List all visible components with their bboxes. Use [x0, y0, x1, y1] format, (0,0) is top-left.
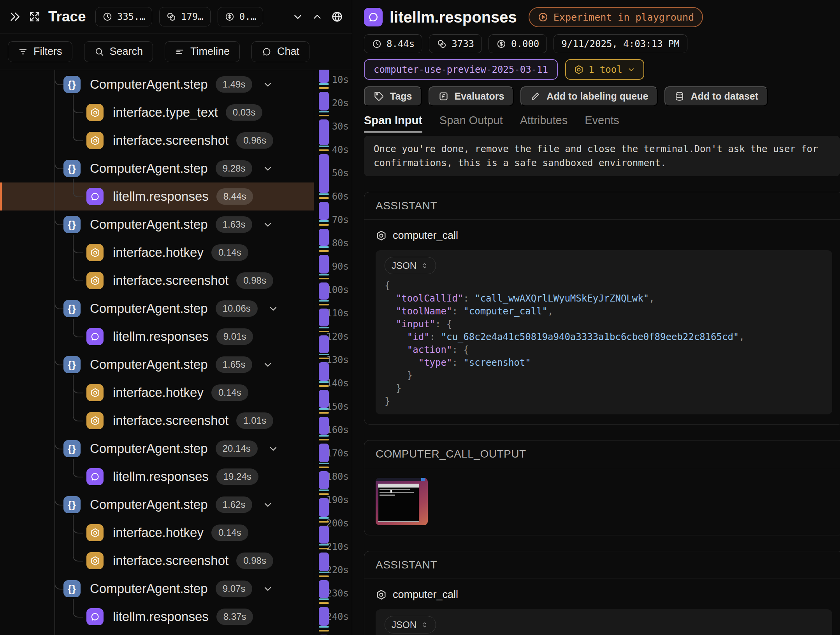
timeline-hotkey-bar [319, 548, 329, 549]
timeline-tick-label: 20s [332, 98, 349, 109]
span-duration-badge: 9.28s [216, 160, 253, 177]
span-duration-badge: 1.49s [216, 76, 253, 93]
add-to-dataset-button[interactable]: Add to dataset [664, 86, 768, 106]
chevron-down-icon[interactable] [262, 163, 273, 174]
tags-button[interactable]: Tags [364, 86, 422, 106]
span-duration-badge: 8.37s [216, 609, 253, 625]
screenshot-thumbnail[interactable] [376, 478, 428, 525]
tree-row-interface-hotkey[interactable]: interface.hotkey0.14s [0, 239, 314, 267]
tree-row-interface-screenshot[interactable]: interface.screenshot0.96s [0, 126, 314, 154]
add-to-labeling-queue-button[interactable]: Add to labeling queue [520, 86, 658, 106]
span-stats-row: 8.44s37330.0009/11/2025, 4:03:13 PM [364, 34, 840, 53]
timeline-screenshot-bar [319, 354, 329, 355]
globe-icon[interactable] [331, 11, 343, 23]
thumbnail-terminal-window [378, 484, 419, 522]
tree-elbow [54, 491, 64, 505]
chevron-down-icon[interactable] [262, 499, 273, 510]
tab-span-input[interactable]: Span Input [364, 114, 422, 133]
tree-row-litellm-responses[interactable]: litellm.responses8.37s [0, 603, 314, 631]
format-selector[interactable]: JSON [385, 257, 436, 274]
tree-row-litellm-responses[interactable]: litellm.responses19.24s [0, 463, 314, 491]
chevron-down-icon[interactable] [262, 79, 273, 90]
tree-row-interface-hotkey[interactable]: interface.hotkey0.14s [0, 519, 314, 547]
tree-row-computeragent-step[interactable]: {}ComputerAgent.step1.65s [0, 351, 314, 379]
tree-row-computeragent-step[interactable]: {}ComputerAgent.step1.49s [0, 70, 314, 98]
toolbar-filters-button[interactable]: Filters [8, 41, 72, 62]
tree-row-litellm-responses[interactable]: litellm.responses8.44s [0, 182, 314, 210]
updown-icon [420, 621, 429, 629]
chevron-down-icon[interactable] [268, 303, 279, 314]
hexagon-tool-icon [574, 65, 584, 75]
message-card-assistant: ASSISTANTcomputer_callJSON{ "toolCallId"… [364, 192, 840, 425]
tree-elbow [54, 351, 64, 365]
expand-fullscreen-icon[interactable] [29, 11, 40, 23]
braces-icon: {} [63, 300, 81, 317]
tree-row-interface-screenshot[interactable]: interface.screenshot0.98s [0, 267, 314, 295]
tree-row-computeragent-step[interactable]: {}ComputerAgent.step1.62s [0, 491, 314, 519]
timeline-screenshot-bar [319, 193, 329, 195]
tree-row-computeragent-step[interactable]: {}ComputerAgent.step10.06s [0, 295, 314, 323]
json-code-block: JSON{ "toolCallId": "call_wwAXQrlLWyuMSk… [376, 250, 832, 414]
tree-row-interface-screenshot[interactable]: interface.screenshot0.98s [0, 547, 314, 575]
tree-elbow [73, 101, 83, 113]
chevron-up-icon[interactable] [311, 11, 323, 23]
timeline-llm-bar [319, 282, 329, 300]
tools-dropdown[interactable]: 1 tool [565, 59, 644, 80]
tool-call-name: computer_call [393, 230, 458, 242]
tree-row-computeragent-step[interactable]: {}ComputerAgent.step9.07s [0, 575, 314, 603]
toolbar-button-label: Filters [33, 46, 62, 58]
toolbar-chat-button[interactable]: Chat [251, 41, 309, 62]
tree-row-computeragent-step[interactable]: {}ComputerAgent.step1.63s [0, 210, 314, 239]
timeline-tick-label: 120s [326, 331, 349, 342]
chevron-down-icon[interactable] [262, 359, 273, 370]
timeline-hotkey-bar [319, 278, 329, 279]
tree-row-interface-hotkey[interactable]: interface.hotkey0.14s [0, 379, 314, 407]
experiment-in-playground-button[interactable]: Experiment in playground [529, 7, 703, 27]
message-role-header: COMPUTER_CALL_OUTPUT [364, 440, 840, 468]
coins-icon [166, 12, 176, 22]
action-button-label: Evaluators [455, 91, 504, 102]
span-duration-badge: 10.06s [216, 300, 258, 317]
timeline-tick-label: 240s [326, 611, 349, 622]
tree-row-interface-screenshot[interactable]: interface.screenshot1.01s [0, 407, 314, 435]
badge-label: 0.… [239, 11, 256, 22]
hexagon-interface-icon [86, 412, 104, 429]
timeline-screenshot-bar [319, 381, 329, 383]
tree-row-computeragent-step[interactable]: {}ComputerAgent.step20.14s [0, 435, 314, 463]
format-selector[interactable]: JSON [385, 616, 436, 633]
chevron-down-icon[interactable] [262, 583, 273, 594]
tab-events[interactable]: Events [585, 114, 619, 133]
tab-attributes[interactable]: Attributes [520, 114, 568, 133]
evaluators-button[interactable]: Evaluators [429, 86, 514, 106]
chevron-down-icon[interactable] [292, 11, 304, 23]
timeline-llm-bar [319, 390, 329, 408]
span-duration-badge: 1.01s [236, 412, 273, 429]
toolbar-search-button[interactable]: Search [84, 41, 153, 62]
coins-icon [437, 39, 447, 49]
timeline-hotkey-bar [319, 412, 329, 414]
stat-label: 0.000 [511, 39, 539, 49]
database-icon [674, 91, 685, 102]
tree-elbow [54, 575, 64, 589]
code-lines: { "toolCallId": "call_wwAXQrlLWyuMSkEyJr… [385, 279, 823, 408]
format-label: JSON [392, 260, 416, 271]
chevron-down-icon[interactable] [262, 219, 273, 230]
tab-span-output[interactable]: Span Output [439, 114, 503, 133]
tree-row-interface-type_text[interactable]: interface.type_text0.03s [0, 98, 314, 126]
tag-icon [374, 91, 384, 102]
timeline-tick-label: 170s [326, 448, 349, 459]
tree-row-litellm-responses[interactable]: litellm.responses9.01s [0, 323, 314, 351]
tree-row-computeragent-step[interactable]: {}ComputerAgent.step9.28s [0, 154, 314, 182]
code-line: } [385, 369, 823, 382]
timeline-screenshot-bar [319, 435, 329, 437]
collapse-panel-icon[interactable] [9, 11, 21, 23]
chevron-down-icon[interactable] [268, 443, 279, 454]
clock-icon [372, 39, 382, 49]
span-duration-badge: 0.14s [211, 384, 248, 401]
toolbar-timeline-button[interactable]: Timeline [165, 41, 240, 62]
timeline-hotkey-bar [319, 439, 329, 440]
code-line: "toolName": "computer_call", [385, 305, 823, 318]
span-name-label: interface.hotkey [113, 525, 204, 540]
timeline-tick-label: 30s [332, 121, 349, 132]
timeline-llm-bar [319, 229, 329, 246]
